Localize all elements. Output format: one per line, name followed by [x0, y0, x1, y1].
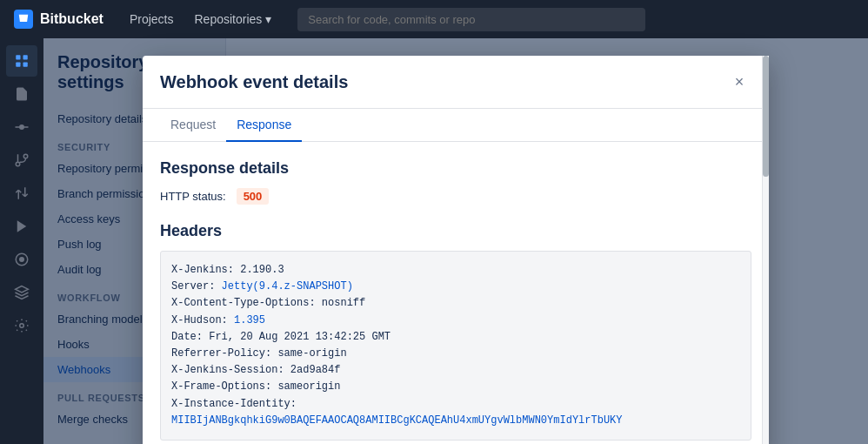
header-line-7: X-Jenkins-Session: 2ad9a84f — [171, 362, 740, 379]
search-input[interactable] — [297, 8, 645, 31]
repositories-link[interactable]: Repositories ▾ — [185, 7, 280, 31]
response-details-title: Response details — [160, 159, 751, 178]
svg-point-4 — [19, 124, 24, 130]
header-line-2: Server: Jetty(9.4.z-SNAPSHOT) — [171, 279, 740, 295]
svg-rect-0 — [16, 55, 20, 59]
chevron-down-icon: ▾ — [265, 12, 271, 26]
header-line-3: X-Content-Type-Options: nosniff — [171, 295, 740, 312]
webhook-event-details-modal: Webhook event details × Request Response… — [143, 56, 769, 444]
svg-point-9 — [19, 257, 24, 262]
sidebar-icon-pipelines[interactable] — [6, 211, 37, 242]
headers-code-block: X-Jenkins: 2.190.3 Server: Jetty(9.4.z-S… — [160, 251, 751, 441]
modal-scrollbar[interactable] — [762, 56, 769, 444]
headers-title: Headers — [160, 222, 751, 240]
sidebar-icon-home[interactable] — [6, 45, 37, 77]
topnav-links: Projects Repositories ▾ — [121, 7, 280, 31]
svg-rect-3 — [23, 63, 28, 67]
main-layout: Repository settings Repository details S… — [0, 38, 868, 444]
modal-overlay[interactable]: Webhook event details × Request Response… — [43, 38, 868, 444]
sidebar-icon-deployments[interactable] — [6, 277, 37, 308]
logo[interactable]: Bitbucket — [14, 10, 103, 29]
svg-point-10 — [20, 324, 24, 328]
svg-rect-1 — [23, 55, 28, 59]
header-line-9: X-Instance-Identity: MIIBIjANBgkqhkiG9w0… — [171, 396, 740, 429]
sidebar-icon-commits[interactable] — [6, 111, 37, 143]
sidebar-icon-source[interactable] — [6, 78, 37, 110]
http-status-label: HTTP status: — [160, 190, 226, 203]
icon-sidebar — [0, 38, 43, 444]
header-line-5: Date: Fri, 20 Aug 2021 13:42:25 GMT — [171, 329, 740, 346]
projects-link[interactable]: Projects — [121, 7, 183, 31]
sidebar-icon-jira[interactable] — [6, 244, 37, 275]
top-navigation: Bitbucket Projects Repositories ▾ — [0, 0, 868, 38]
modal-close-button[interactable]: × — [727, 70, 751, 94]
bitbucket-logo-icon — [14, 10, 33, 29]
header-line-6: Referrer-Policy: same-origin — [171, 346, 740, 362]
sidebar-icon-settings[interactable] — [6, 310, 37, 341]
http-status-badge: 500 — [237, 188, 270, 205]
sidebar-icon-pullrequests[interactable] — [6, 178, 37, 209]
modal-header: Webhook event details × — [143, 56, 769, 109]
tab-request[interactable]: Request — [160, 109, 226, 142]
header-line-4: X-Hudson: 1.395 — [171, 313, 740, 329]
http-status-row: HTTP status: 500 — [160, 188, 751, 205]
close-icon: × — [735, 73, 744, 91]
svg-rect-2 — [16, 63, 20, 67]
modal-body: Response details HTTP status: 500 Header… — [143, 142, 769, 444]
tab-response[interactable]: Response — [226, 109, 302, 142]
header-line-1: X-Jenkins: 2.190.3 — [171, 262, 740, 279]
svg-marker-7 — [17, 220, 27, 232]
modal-title: Webhook event details — [160, 72, 348, 92]
logo-text: Bitbucket — [40, 11, 103, 27]
modal-scrollbar-thumb — [763, 56, 769, 177]
sidebar-icon-branches[interactable] — [6, 145, 37, 176]
header-line-8: X-Frame-Options: sameorigin — [171, 379, 740, 395]
modal-tabs: Request Response — [143, 109, 769, 142]
